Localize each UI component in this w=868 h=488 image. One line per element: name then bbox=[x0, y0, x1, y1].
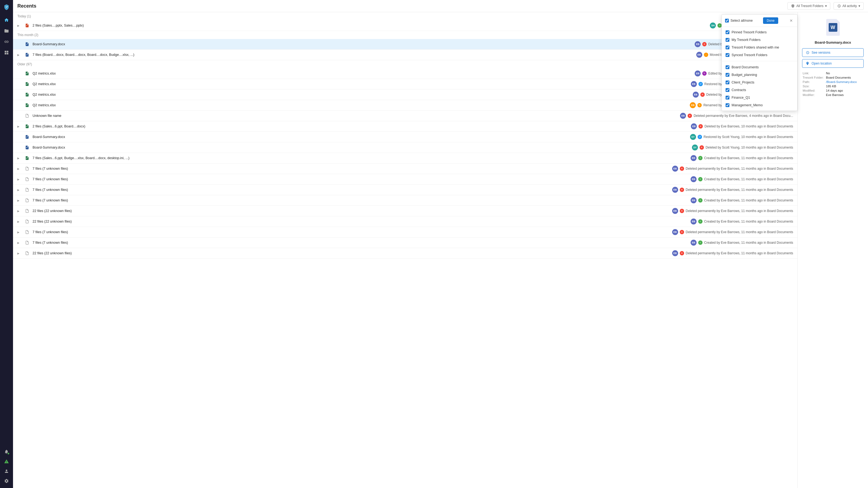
file-name: 2 files (Sales...6.ppt, Board....docx) bbox=[33, 124, 412, 128]
dropdown-pinned-item[interactable]: Pinned Tresorit Folders bbox=[722, 29, 797, 36]
list-item[interactable]: ▶22 files (22 unknown files)EB✕Deleted p… bbox=[13, 206, 798, 216]
row-expand-icon[interactable]: ▶ bbox=[18, 209, 22, 213]
activity-type-icon: ✕ bbox=[688, 113, 692, 118]
page-title: Recents bbox=[18, 3, 787, 9]
dropdown-pinned-item[interactable]: Synced Tresorit Folders bbox=[722, 51, 797, 59]
dropdown-folder-checkbox[interactable] bbox=[725, 88, 730, 92]
dropdown-pinned-checkbox[interactable] bbox=[725, 30, 730, 34]
list-item[interactable]: Q2 metrics.xlsxEB✎Renamed by Eve Barrows… bbox=[13, 100, 798, 110]
dropdown-pinned-item[interactable]: My Tresorit Folders bbox=[722, 36, 797, 44]
see-versions-label: See versions bbox=[812, 51, 830, 55]
shield-icon bbox=[791, 4, 795, 8]
activity-type-icon: + bbox=[698, 198, 703, 202]
dropdown-folder-checkbox[interactable] bbox=[725, 103, 730, 107]
list-item[interactable]: Board-Summary.docxEB✕Deleted by Eve Barr… bbox=[13, 39, 798, 50]
meta-modifier-value: Eve Barrows bbox=[826, 93, 844, 97]
sidebar-link-icon[interactable] bbox=[2, 37, 11, 46]
list-item[interactable]: ▶7 files (7 unknown files)EB✕Deleted per… bbox=[13, 163, 798, 174]
sidebar bbox=[0, 0, 13, 488]
row-activity: EB✕Deleted permanently by Eve Barrows, 1… bbox=[414, 250, 793, 256]
dropdown-folder-item[interactable]: Budget_planning bbox=[722, 71, 797, 78]
list-item[interactable]: ▶7 files (Board....docx, Board....docx, … bbox=[13, 50, 798, 60]
sidebar-dashboard-icon[interactable] bbox=[2, 48, 11, 58]
row-expand-icon[interactable]: ▶ bbox=[18, 24, 22, 27]
dropdown-folder-label: Budget_planning bbox=[732, 73, 757, 77]
open-location-button[interactable]: Open location bbox=[802, 59, 864, 68]
file-name: 2 files (Sales....pptx, Sales....pptx) bbox=[33, 24, 412, 27]
select-all-label[interactable]: Select all/none bbox=[725, 19, 753, 23]
folder-filter-dropdown: Select all/none Done ✕ Pinned Tresorit F… bbox=[721, 14, 798, 111]
dropdown-pinned-label: Pinned Tresorit Folders bbox=[732, 30, 767, 34]
row-expand-icon[interactable]: ▶ bbox=[18, 54, 22, 56]
activity-type-icon: + bbox=[698, 177, 703, 182]
activity-text: Deleted permanently by Eve Barrows, 4 mo… bbox=[693, 114, 793, 118]
dropdown-folder-checkbox[interactable] bbox=[725, 80, 730, 84]
sidebar-alert-icon[interactable] bbox=[2, 457, 11, 466]
dropdown-folder-checkbox[interactable] bbox=[725, 96, 730, 99]
list-item[interactable]: ▶7 files (Sales...6.ppt, Budge....xlsx, … bbox=[13, 153, 798, 163]
row-expand-icon[interactable]: ▶ bbox=[18, 157, 22, 160]
row-expand-icon[interactable]: ▶ bbox=[18, 199, 22, 202]
dropdown-close-button[interactable]: ✕ bbox=[788, 18, 794, 23]
activity-filter-button[interactable]: All activity ▾ bbox=[834, 2, 864, 10]
row-expand-icon[interactable]: ▶ bbox=[18, 252, 22, 255]
activity-text: Restored by Scott Young, 10 months ago i… bbox=[704, 135, 793, 139]
list-item[interactable]: ▶7 files (7 unknown files)EB✕Deleted per… bbox=[13, 185, 798, 195]
list-item[interactable]: ▶7 files (7 unknown files)EB+Created by … bbox=[13, 237, 798, 248]
dropdown-folder-item[interactable]: Board Documents bbox=[722, 63, 797, 71]
file-name: Board-Summary.docx bbox=[33, 42, 412, 46]
dropdown-pinned-item[interactable]: Tresorit Folders shared with me bbox=[722, 44, 797, 51]
list-item[interactable]: ▶7 files (7 unknown files)EB✕Deleted per… bbox=[13, 227, 798, 237]
activity-type-icon: ↺ bbox=[699, 82, 703, 86]
folder-filter-button[interactable]: All Tresorit Folders ▾ bbox=[787, 2, 830, 10]
sidebar-people-icon[interactable] bbox=[2, 466, 11, 476]
dropdown-folder-item[interactable]: Management_Memo bbox=[722, 101, 797, 109]
list-item[interactable]: ▶2 files (Sales....pptx, Sales....pptx)S… bbox=[13, 20, 798, 31]
select-all-checkbox[interactable] bbox=[725, 19, 729, 23]
dropdown-pinned-checkbox[interactable] bbox=[725, 45, 730, 50]
row-activity: EB+Created by Eve Barrows, 11 months ago… bbox=[414, 197, 793, 203]
selected-file-name: Board-Summary.docx bbox=[802, 40, 864, 44]
file-type-icon bbox=[24, 197, 30, 204]
activity-text: Deleted permanently by Eve Barrows, 11 m… bbox=[686, 188, 793, 192]
row-expand-icon[interactable]: ▶ bbox=[18, 220, 22, 223]
dropdown-pinned-checkbox[interactable] bbox=[725, 53, 730, 57]
row-expand-icon[interactable]: ▶ bbox=[18, 231, 22, 234]
dropdown-pinned-label: My Tresorit Folders bbox=[732, 38, 761, 42]
dropdown-folder-item[interactable]: Finance_Q1 bbox=[722, 94, 797, 101]
dropdown-folder-item[interactable]: Client_Projects bbox=[722, 78, 797, 86]
dropdown-folder-checkbox[interactable] bbox=[725, 73, 730, 77]
list-item[interactable]: ▶7 files (7 unknown files)EB+Created by … bbox=[13, 174, 798, 185]
list-item[interactable]: Board-Summary.docxSY✕Deleted by Scott Yo… bbox=[13, 142, 798, 153]
list-item[interactable]: ▶22 files (22 unknown files)EB+Created b… bbox=[13, 216, 798, 227]
meta-path-label: Path: bbox=[803, 80, 824, 84]
sidebar-home-icon[interactable] bbox=[2, 15, 11, 25]
dropdown-done-button[interactable]: Done bbox=[763, 18, 778, 24]
sidebar-notification-icon[interactable] bbox=[2, 447, 11, 457]
list-item[interactable]: Q2 metrics.xlsxEB✎Edited by Eve Barrows,… bbox=[13, 68, 798, 79]
activity-type-icon: ✕ bbox=[680, 166, 684, 171]
activity-text: Deleted permanently by Eve Barrows, 11 m… bbox=[686, 167, 793, 170]
row-expand-icon[interactable]: ▶ bbox=[18, 167, 22, 170]
sidebar-settings-icon[interactable] bbox=[2, 476, 11, 486]
file-type-icon bbox=[24, 176, 30, 183]
row-expand-icon[interactable]: ▶ bbox=[18, 178, 22, 181]
avatar: EB bbox=[690, 102, 696, 108]
list-item[interactable]: Unknown file nameEB✕Deleted permanently … bbox=[13, 110, 798, 121]
see-versions-button[interactable]: See versions bbox=[802, 48, 864, 57]
dropdown-folder-item[interactable]: Contracts bbox=[722, 86, 797, 94]
dropdown-pinned-checkbox[interactable] bbox=[725, 38, 730, 42]
row-expand-icon[interactable]: ▶ bbox=[18, 241, 22, 244]
row-expand-icon[interactable]: ▶ bbox=[18, 125, 22, 128]
list-item[interactable]: Board-Summary.docxSY↺Restored by Scott Y… bbox=[13, 132, 798, 142]
dropdown-folder-label: Finance_Q1 bbox=[732, 96, 750, 99]
list-item[interactable]: Q2 metrics.xlsxEB↺Restored by Eve Barrow… bbox=[13, 79, 798, 90]
avatar: EB bbox=[680, 113, 686, 119]
list-item[interactable]: Q2 metrics.xlsxEB✕Deleted by Eve Barrows… bbox=[13, 90, 798, 100]
dropdown-folder-checkbox[interactable] bbox=[725, 65, 730, 69]
row-expand-icon[interactable]: ▶ bbox=[18, 188, 22, 191]
sidebar-folder-icon[interactable] bbox=[2, 26, 11, 36]
list-item[interactable]: ▶2 files (Sales...6.ppt, Board....docx)E… bbox=[13, 121, 798, 132]
list-item[interactable]: ▶7 files (7 unknown files)EB+Created by … bbox=[13, 195, 798, 206]
list-item[interactable]: ▶22 files (22 unknown files)EB✕Deleted p… bbox=[13, 248, 798, 259]
